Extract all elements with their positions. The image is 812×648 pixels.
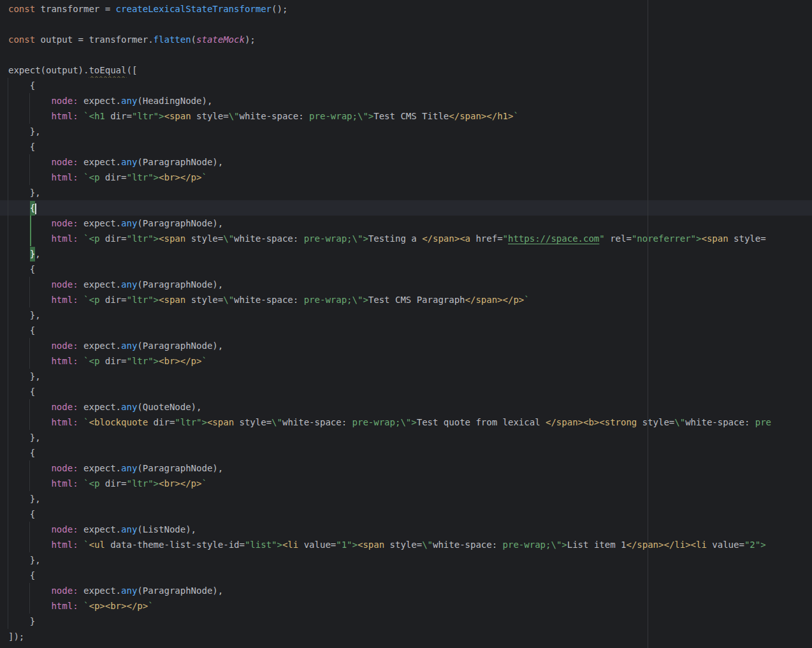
code-token: dir= <box>105 172 127 182</box>
code-token: \" <box>223 295 234 305</box>
code-line[interactable]: { <box>0 506 812 522</box>
code-token: toEqual <box>89 65 126 75</box>
code-line[interactable]: }, <box>0 185 812 200</box>
code-line[interactable]: node: expect.any(ParagraphNode), <box>0 583 812 598</box>
code-line[interactable]: node: expect.any(HeadingNode), <box>0 93 812 108</box>
code-token: <blockquote <box>89 417 148 427</box>
code-line[interactable]: node: expect.any(ParagraphNode), <box>0 460 812 476</box>
code-token: any <box>121 585 137 596</box>
code-line[interactable]: node: expect.any(ListNode), <box>0 522 812 537</box>
code-line[interactable] <box>0 17 812 32</box>
code-line[interactable]: }, <box>0 430 812 445</box>
code-token <box>8 478 51 489</box>
code-line[interactable]: node: expect.any(ParagraphNode), <box>0 338 812 353</box>
code-token: pre-wrap; <box>304 111 358 121</box>
code-line[interactable]: { <box>0 445 812 460</box>
code-line[interactable]: html: `<ul data-theme-list-style-id="lis… <box>0 537 812 552</box>
code-token: \"> <box>400 417 416 427</box>
code-token: value= <box>707 540 744 550</box>
code-token: \"> <box>551 540 567 550</box>
code-token: ` <box>201 172 207 182</box>
code-token: </span></p> <box>465 295 525 305</box>
code-token: </span><a <box>422 233 470 244</box>
code-token: <span <box>159 295 185 305</box>
code-token: \" <box>229 111 240 121</box>
code-token <box>8 417 51 427</box>
code-token: Test quote from lexical <box>417 417 546 427</box>
code-token: }, <box>8 371 41 381</box>
code-token: const <box>8 4 35 14</box>
code-token: flatten <box>154 34 191 45</box>
code-token: node: <box>51 157 78 167</box>
code-line[interactable]: { <box>0 568 812 583</box>
code-line[interactable]: }, <box>0 491 812 506</box>
code-line[interactable]: { <box>0 139 812 154</box>
code-token: (); <box>272 4 287 14</box>
code-line[interactable]: const output = transformer.flatten(state… <box>0 32 812 47</box>
code-token: node: <box>51 96 78 106</box>
code-editor[interactable]: const transformer = createLexicalStateTr… <box>0 0 812 648</box>
code-token <box>78 540 83 550</box>
code-token <box>8 172 51 182</box>
code-token: style= <box>384 540 422 550</box>
code-token: node: <box>51 218 78 228</box>
code-token: Testing a <box>368 233 422 244</box>
code-line[interactable]: { <box>0 323 812 338</box>
code-line[interactable]: html: `<p dir="ltr"><span style=\"white-… <box>0 231 812 246</box>
code-lines[interactable]: const transformer = createLexicalStateTr… <box>0 1 812 644</box>
code-token: \" <box>272 417 282 427</box>
code-line[interactable]: html: `<p dir="ltr"><br></p>` <box>0 476 812 491</box>
code-token: <ul <box>89 540 105 550</box>
code-line[interactable]: { <box>0 78 812 93</box>
code-line[interactable]: { <box>0 384 812 399</box>
code-line[interactable]: }, <box>0 124 812 139</box>
code-line[interactable]: }, <box>0 307 812 323</box>
code-line[interactable]: ]); <box>0 629 812 644</box>
code-line[interactable]: }, <box>0 246 812 261</box>
code-line[interactable]: html: `<p dir="ltr"><span style=\"white-… <box>0 292 812 307</box>
code-token: (ParagraphNode), <box>137 463 223 473</box>
code-token: ); <box>245 34 256 45</box>
code-line[interactable]: html: `<h1 dir="ltr"><span style=\"white… <box>0 108 812 124</box>
code-line[interactable]: node: expect.any(ParagraphNode), <box>0 154 812 170</box>
code-token <box>8 463 51 473</box>
code-line[interactable]: html: `<p dir="ltr"><br></p>` <box>0 170 812 185</box>
code-line[interactable]: { <box>0 200 812 216</box>
code-token: node: <box>51 341 78 351</box>
code-token <box>78 233 83 244</box>
code-token <box>8 585 51 596</box>
code-token: href= <box>470 233 503 244</box>
code-token: , <box>35 249 40 259</box>
code-line[interactable]: } <box>0 614 812 629</box>
code-token: html: <box>51 417 78 427</box>
code-token: { <box>8 448 35 458</box>
code-token: any <box>121 279 137 290</box>
code-token: expect. <box>78 96 121 106</box>
code-token <box>8 157 51 167</box>
code-token: \"> <box>352 295 368 305</box>
code-line[interactable]: html: `<p><br></p>` <box>0 598 812 614</box>
code-token: } <box>30 249 35 259</box>
code-token: <br></p> <box>159 478 201 489</box>
code-token: style= <box>185 233 223 244</box>
code-line[interactable]: node: expect.any(ParagraphNode), <box>0 216 812 231</box>
code-token: \" <box>223 233 234 244</box>
code-token: html: <box>51 172 78 182</box>
code-token: expect. <box>78 218 121 228</box>
code-token: ]); <box>8 631 24 642</box>
code-token: node: <box>51 524 78 534</box>
code-line[interactable]: }, <box>0 369 812 384</box>
code-line[interactable]: node: expect.any(QuoteNode), <box>0 399 812 415</box>
code-line[interactable]: { <box>0 261 812 277</box>
code-line[interactable]: expect(output).toEqual([ <box>0 63 812 78</box>
code-token: expect. <box>78 279 121 290</box>
code-token: </span></li><li <box>626 540 706 550</box>
code-line[interactable]: const transformer = createLexicalStateTr… <box>0 1 812 17</box>
code-line[interactable] <box>0 47 812 63</box>
code-line[interactable]: node: expect.any(ParagraphNode), <box>0 277 812 292</box>
code-token: html: <box>51 295 78 305</box>
code-line[interactable]: }, <box>0 552 812 568</box>
code-line[interactable]: html: `<p dir="ltr"><br></p>` <box>0 353 812 369</box>
code-token <box>8 249 30 259</box>
code-line[interactable]: html: `<blockquote dir="ltr"><span style… <box>0 415 812 430</box>
